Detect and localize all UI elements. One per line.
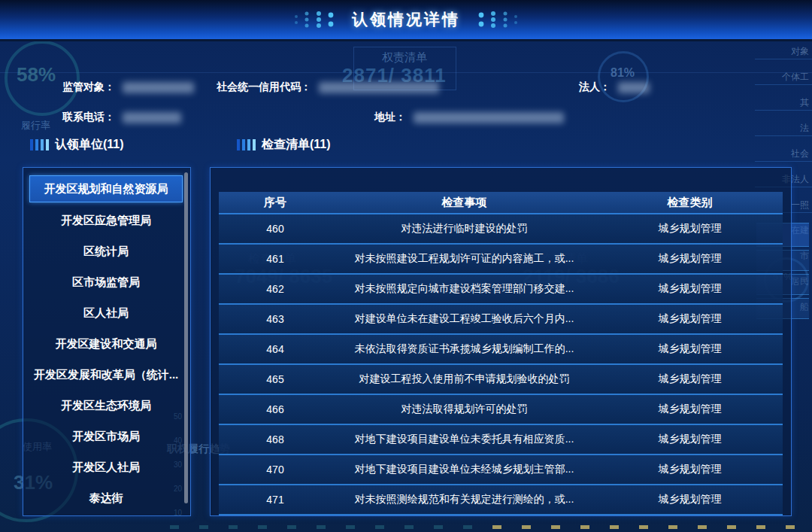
- row-seq-number: 464: [219, 343, 332, 355]
- row-inspection-category: 城乡规划管理: [597, 493, 783, 506]
- bars-icon: [30, 139, 49, 150]
- row-inspection-category: 城乡规划管理: [597, 342, 783, 356]
- claim-units-panel: 开发区规划和自然资源局开发区应急管理局区统计局区市场监管局区人社局开发区建设和交…: [23, 167, 191, 516]
- claim-unit-item[interactable]: 区市场监管局: [29, 269, 183, 295]
- row-inspection-category: 城乡规划管理: [597, 282, 783, 296]
- row-seq-number: 470: [219, 464, 332, 476]
- background-stat-title: 权责清单: [359, 50, 450, 65]
- checklist-header-row: 序号检查事项检查类别: [219, 192, 783, 214]
- background-dash: [317, 525, 326, 529]
- row-seq-number: 461: [219, 253, 332, 265]
- list-scrollbar[interactable]: [184, 172, 188, 503]
- checklist-column-header: 序号: [219, 196, 332, 210]
- row-seq-number: 465: [219, 373, 332, 385]
- checklist-row[interactable]: 465对建设工程投入使用前不申请规划验收的处罚城乡规划管理: [219, 365, 783, 395]
- background-right-panel-divider: [755, 59, 812, 59]
- row-inspection-category: 城乡规划管理: [597, 312, 783, 326]
- title-bar: 认领情况详情: [0, 0, 812, 41]
- claim-unit-item[interactable]: 开发区发展和改革局（统计...: [29, 362, 183, 388]
- row-inspection-item: 未依法取得资质证书承揽城乡规划编制工作的...: [332, 342, 597, 356]
- checklist-row[interactable]: 471对未按照测绘规范和有关规定进行测绘的，或...城乡规划管理: [219, 485, 783, 515]
- row-inspection-category: 城乡规划管理: [597, 372, 783, 386]
- background-dash: [170, 525, 179, 529]
- background-right-panel-label: 对象: [755, 45, 809, 58]
- background-dash: [229, 525, 238, 529]
- info-field-supervised-object: 监管对象：: [62, 81, 194, 94]
- background-dash: [404, 525, 414, 529]
- background-right-panel-label: 法: [755, 122, 809, 135]
- row-inspection-category: 城乡规划管理: [597, 433, 783, 446]
- claim-unit-item[interactable]: 开发区市场局: [29, 424, 183, 449]
- row-inspection-category: 城乡规划管理: [597, 222, 783, 236]
- background-dash: [727, 525, 736, 529]
- background-dash: [463, 525, 472, 529]
- claim-unit-item[interactable]: 区统计局: [29, 239, 183, 264]
- info-field-credit-code: 社会统一信用代码：: [217, 81, 439, 94]
- checklist-row[interactable]: 466对违法取得规划许可的处罚城乡规划管理: [219, 395, 783, 425]
- bars-icon: [237, 139, 256, 150]
- background-dash: [551, 525, 560, 529]
- background-right-panel-divider: [755, 84, 812, 85]
- checklist-body: 460对违法进行临时建设的处罚城乡规划管理461对未按照建设工程规划许可证的内容…: [219, 214, 783, 515]
- background-right-panel-label: 个体工: [755, 71, 809, 84]
- claim-unit-item[interactable]: 开发区生态环境局: [29, 393, 183, 418]
- claim-unit-item[interactable]: 开发区人社局: [29, 454, 183, 480]
- checklist-row[interactable]: 463对建设单位未在建设工程竣工验收后六个月内...城乡规划管理: [219, 305, 783, 335]
- row-seq-number: 462: [219, 283, 332, 295]
- background-gauge-label: 履行率: [21, 119, 50, 132]
- checklist-row[interactable]: 468对地下建设项目建设单位未委托具有相应资质...城乡规划管理: [219, 425, 783, 455]
- claim-unit-item[interactable]: 开发区规划和自然资源局: [29, 175, 183, 202]
- section-title: 检查清单(11): [262, 137, 331, 153]
- background-right-panel-divider: [755, 161, 812, 162]
- background-dash: [375, 525, 384, 529]
- row-inspection-item: 对地下建设项目建设单位未委托具有相应资质...: [332, 433, 597, 446]
- background-gauge-value: 81%: [611, 66, 635, 80]
- redacted-value: [414, 112, 564, 123]
- background-right-panel-label: 社会: [755, 147, 809, 160]
- redacted-value: [618, 82, 650, 93]
- checklist-row[interactable]: 464未依法取得资质证书承揽城乡规划编制工作的...城乡规划管理: [219, 335, 783, 365]
- row-inspection-item: 对违法进行临时建设的处罚: [332, 222, 597, 236]
- background-dash: [346, 525, 355, 529]
- checklist-column-header: 检查类别: [597, 196, 783, 210]
- claim-unit-item[interactable]: 开发区应急管理局: [29, 208, 183, 233]
- claim-unit-item[interactable]: 泰达街: [29, 485, 183, 511]
- info-field-legal-person: 法人：: [579, 81, 650, 94]
- background-dash: [434, 525, 443, 529]
- row-inspection-item: 对违法取得规划许可的处罚: [332, 403, 597, 416]
- row-inspection-item: 对建设工程投入使用前不申请规划验收的处罚: [332, 372, 597, 386]
- checklist-row[interactable]: 470对地下建设项目建设单位未经城乡规划主管部...城乡规划管理: [219, 455, 783, 485]
- redacted-value: [123, 82, 194, 93]
- row-inspection-item: 对未按照规定向城市建设档案管理部门移交建...: [332, 282, 597, 296]
- background-dash: [580, 525, 589, 529]
- row-inspection-item: 对未按照测绘规范和有关规定进行测绘的，或...: [332, 493, 597, 506]
- checklist-row[interactable]: 460对违法进行临时建设的处罚城乡规划管理: [219, 214, 783, 245]
- row-inspection-item: 对未按照建设工程规划许可证的内容施工，或...: [332, 252, 597, 266]
- row-inspection-category: 城乡规划管理: [597, 252, 783, 266]
- claim-unit-item[interactable]: 开发区建设和交通局: [29, 331, 183, 357]
- title-dots-right-icon: [477, 10, 520, 29]
- row-seq-number: 466: [219, 403, 332, 415]
- background-dash: [698, 525, 707, 529]
- row-inspection-item: 对地下建设项目建设单位未经城乡规划主管部...: [332, 463, 597, 476]
- checklist-row[interactable]: 461对未按照建设工程规划许可证的内容施工，或...城乡规划管理: [219, 245, 783, 275]
- background-right-panel-divider: [755, 135, 812, 136]
- claim-unit-list: 开发区规划和自然资源局开发区应急管理局区统计局区市场监管局区人社局开发区建设和交…: [23, 175, 190, 516]
- background-dash: [258, 525, 267, 529]
- background-dash: [287, 525, 296, 529]
- background-dash: [610, 525, 619, 529]
- field-label: 监管对象：: [62, 81, 115, 94]
- row-inspection-item: 对建设单位未在建设工程竣工验收后六个月内...: [332, 312, 597, 326]
- row-seq-number: 471: [219, 494, 332, 506]
- checklist-panel: 序号检查事项检查类别 460对违法进行临时建设的处罚城乡规划管理461对未按照建…: [210, 167, 792, 516]
- background-dash: [522, 525, 531, 529]
- checklist-table: 序号检查事项检查类别 460对违法进行临时建设的处罚城乡规划管理461对未按照建…: [219, 192, 783, 515]
- row-seq-number: 463: [219, 313, 332, 325]
- row-inspection-category: 城乡规划管理: [597, 403, 783, 416]
- title-dots-left-icon: [292, 10, 335, 29]
- checklist-row[interactable]: 462对未按照规定向城市建设档案管理部门移交建...城乡规划管理: [219, 275, 783, 305]
- claim-details-modal: 58% 履行率 权责清单 2871/ 3811 81% 检查清单 7049/ 8…: [0, 0, 812, 532]
- background-dash: [492, 525, 501, 529]
- claim-unit-item[interactable]: 区人社局: [29, 300, 183, 326]
- row-seq-number: 468: [219, 433, 332, 445]
